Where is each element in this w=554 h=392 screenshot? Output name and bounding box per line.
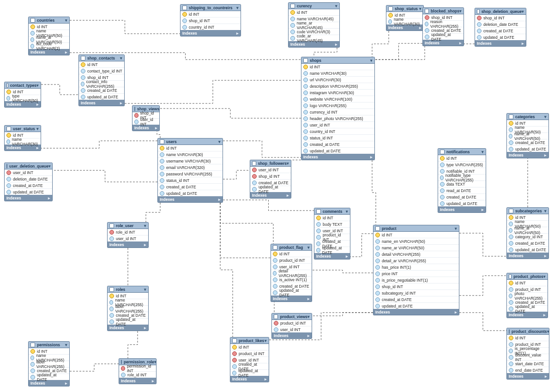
column-row[interactable]: id INT <box>230 344 269 350</box>
entity-header[interactable]: product_photos▾ <box>507 273 548 280</box>
entity-comments[interactable]: comments▾id INTbody TEXTuser_id INTprodu… <box>314 208 350 259</box>
column-row[interactable]: updated_at DATE <box>108 319 148 325</box>
entity-header[interactable]: permissions▾ <box>29 342 69 348</box>
chevron-down-icon[interactable]: ▾ <box>459 9 462 13</box>
chevron-down-icon[interactable]: ▾ <box>287 161 289 166</box>
column-row[interactable]: created_at DATE <box>507 139 548 146</box>
column-row[interactable]: updated_at DATE <box>314 247 350 253</box>
column-row[interactable]: user_id INT <box>250 167 291 173</box>
column-row[interactable]: status_id INT <box>158 177 223 184</box>
indexes-footer[interactable]: Indexes▸ <box>181 30 241 36</box>
column-row[interactable]: instagram VARCHAR(30) <box>301 90 374 96</box>
entity-header[interactable]: user_status▾ <box>5 126 41 132</box>
entity-shop_contacts[interactable]: shop_contacts▾id INTcontact_type_id INTs… <box>78 54 125 106</box>
column-row[interactable]: updated_at DATE <box>423 34 464 40</box>
column-row[interactable]: logo VARCHAR(255) <box>301 103 374 109</box>
entity-product_photos[interactable]: product_photos▾id INTproduct_id INTphoto… <box>506 273 548 318</box>
column-row[interactable]: user_id INT <box>272 326 312 332</box>
column-row[interactable]: updated_at DATE <box>250 186 291 192</box>
column-row[interactable]: updated_at DATE <box>5 189 52 195</box>
entity-header[interactable]: product▾ <box>373 225 459 232</box>
column-row[interactable]: url VARCHAR(30) <box>301 77 374 83</box>
entity-header[interactable]: comments▾ <box>314 208 350 215</box>
column-row[interactable]: contact_info VARCHAR(255) <box>79 81 124 87</box>
entity-header[interactable]: shipping_to_countreirs▾ <box>181 5 241 11</box>
column-row[interactable]: code_ar VARCHAR(45) <box>289 35 339 41</box>
indexes-footer[interactable]: Indexes▸ <box>301 154 374 160</box>
indexes-footer[interactable]: Indexes▸ <box>108 241 148 247</box>
indexes-footer[interactable]: Indexes▸ <box>5 195 52 201</box>
chevron-down-icon[interactable]: ▾ <box>36 83 39 88</box>
column-row[interactable]: start_date DATE <box>507 361 549 367</box>
entity-curency[interactable]: curency▾id INTname VARCHAR(45)name_ar VA… <box>288 2 340 48</box>
entity-header[interactable]: shop_status▾ <box>386 6 423 12</box>
column-row[interactable]: type VARCHAR(50) <box>5 95 41 101</box>
indexes-footer[interactable]: Indexes▸ <box>373 309 459 315</box>
column-row[interactable]: is_price_negotiable INT(1) <box>373 277 459 283</box>
column-row[interactable]: discount_value INT <box>507 354 549 361</box>
column-row[interactable]: is_active INT(1) <box>271 277 312 283</box>
column-row[interactable]: user_id INT <box>301 122 374 128</box>
entity-header[interactable]: shop_followers▾ <box>250 160 291 167</box>
entity-role_user[interactable]: role_user▾role_id INTuser_id INTIndexes▸ <box>107 222 149 248</box>
column-row[interactable]: name VARCHAR(30) <box>158 151 223 158</box>
entity-shop_followers[interactable]: shop_followers▾user_id INTshop_id INTcre… <box>250 160 291 199</box>
indexes-footer[interactable]: Indexes▸ <box>132 125 159 131</box>
entity-users[interactable]: users▾id INTname VARCHAR(30)username VAR… <box>157 138 223 203</box>
entity-header[interactable]: contact_types▾ <box>5 82 41 89</box>
entity-user_status[interactable]: user_status▾id INTname VARCHAR(30)Indexe… <box>4 125 41 151</box>
chevron-down-icon[interactable]: ▾ <box>154 360 157 364</box>
column-row[interactable]: name_ar VARCHAR(50) <box>507 133 548 139</box>
chevron-down-icon[interactable]: ▾ <box>455 226 457 231</box>
entity-header[interactable]: blocked_shops▾ <box>423 8 464 14</box>
column-row[interactable]: shop_id INT <box>475 15 526 21</box>
entity-categories[interactable]: categories▾id INTname VARCHAR(50)name_ar… <box>506 113 549 158</box>
entity-product_flag[interactable]: product_flag▾id INTproduct_id INTuser_id… <box>271 244 312 302</box>
column-row[interactable]: detail VARCHAR(255) <box>271 270 312 277</box>
entity-header[interactable]: shop_deletion_queue▾ <box>475 8 526 15</box>
chevron-down-icon[interactable]: ▾ <box>522 9 524 14</box>
column-row[interactable]: shop_id INT <box>181 18 241 24</box>
column-row[interactable]: updated_at DATE <box>301 148 374 154</box>
chevron-down-icon[interactable]: ▾ <box>218 139 221 144</box>
column-row[interactable]: id INT <box>79 61 124 68</box>
indexes-footer[interactable]: Indexes▸ <box>158 196 223 202</box>
column-row[interactable]: id INT <box>507 335 549 341</box>
column-row[interactable]: country_id INT <box>181 24 241 30</box>
entity-contact_types[interactable]: contact_types▾id INTtype VARCHAR(50)Inde… <box>4 82 41 108</box>
column-row[interactable]: label VARCHAR(255) <box>108 306 148 312</box>
entity-user_deletion_queue[interactable]: user_deletion_queue▾user_id INTdeletion_… <box>4 163 53 201</box>
entity-header[interactable]: role_user▾ <box>108 223 148 229</box>
chevron-down-icon[interactable]: ▾ <box>144 223 146 228</box>
chevron-down-icon[interactable]: ▾ <box>307 314 310 319</box>
entity-header[interactable]: shops▾ <box>301 57 374 64</box>
chevron-down-icon[interactable]: ▾ <box>544 115 547 119</box>
chevron-down-icon[interactable]: ▾ <box>335 4 337 8</box>
entity-header[interactable]: product_discounts▾ <box>507 328 549 335</box>
column-row[interactable]: updated_at DATE <box>475 34 526 40</box>
entity-header[interactable]: user_deletion_queue▾ <box>5 163 52 169</box>
entity-header[interactable]: curency▾ <box>289 3 339 9</box>
column-row[interactable]: updated_at DATE <box>271 289 312 296</box>
chevron-down-icon[interactable]: ▾ <box>48 164 51 169</box>
column-row[interactable]: reason VARCHAR(255) <box>423 21 464 27</box>
entity-product[interactable]: product▾id INTname_en VARCHAR(50)name_ar… <box>373 225 459 315</box>
chevron-down-icon[interactable]: ▾ <box>159 107 160 111</box>
entity-shipping_to_countreirs[interactable]: shipping_to_countreirs▾id INTshop_id INT… <box>180 4 241 36</box>
entity-blocked_shops[interactable]: blocked_shops▾shop_id INTreason VARCHAR(… <box>422 7 464 46</box>
column-row[interactable]: id INT <box>301 64 374 70</box>
chevron-down-icon[interactable]: ▾ <box>346 209 348 214</box>
column-row[interactable]: username VARCHAR(30) <box>158 158 223 164</box>
entity-header[interactable]: users▾ <box>158 139 223 145</box>
column-row[interactable]: id INT <box>438 155 486 162</box>
column-row[interactable]: id INT <box>158 145 223 151</box>
column-row[interactable]: permission_id INT <box>119 365 156 372</box>
indexes-footer[interactable]: Indexes▸ <box>507 373 549 379</box>
column-row[interactable]: user_id INT <box>108 235 148 241</box>
column-row[interactable]: label VARCHAR(255) <box>29 361 69 368</box>
column-row[interactable]: end_date DATE <box>507 367 549 373</box>
column-row[interactable]: shop_id INT <box>250 173 291 180</box>
column-row[interactable]: photo VARCHAR(255) <box>507 293 548 299</box>
column-row[interactable]: notifiable_type VARCHAR(255) <box>438 175 486 181</box>
column-row[interactable]: user_id INT <box>132 119 159 125</box>
